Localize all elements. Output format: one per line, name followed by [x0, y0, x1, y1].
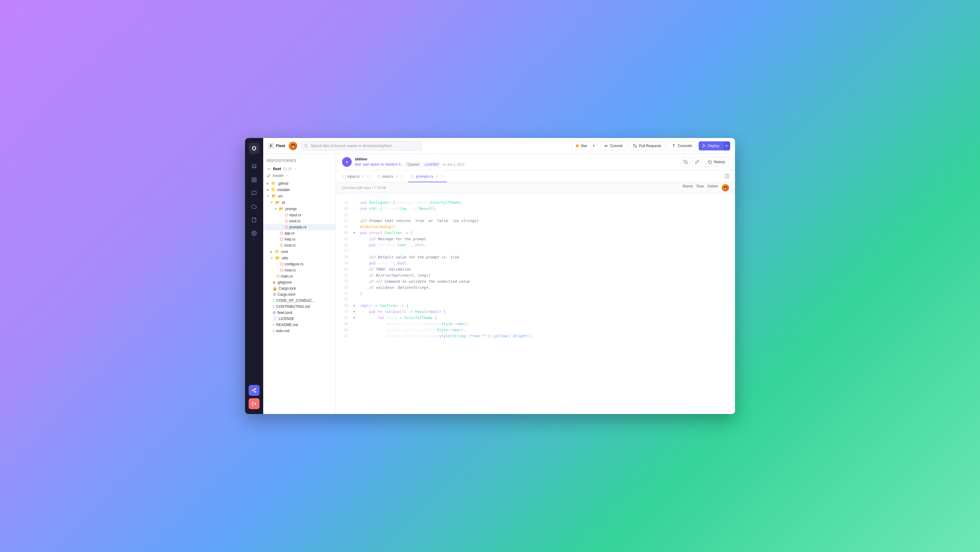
rust-icon: ⬡	[280, 243, 283, 248]
org-letter: F	[268, 143, 274, 149]
tree-item-code-of-conduct[interactable]: ≡ CODE_OF_CONDUC...	[263, 297, 336, 304]
line-code: pub default: bool,	[356, 260, 735, 266]
commit-date: on Jun 1, 2022	[442, 162, 465, 166]
tab-info-button[interactable]: ⓘ	[367, 174, 370, 179]
tab-close-button[interactable]: ✕	[361, 174, 365, 179]
line-number: 27	[336, 248, 352, 254]
fork-icon[interactable]	[288, 167, 292, 171]
nav-file-icon[interactable]	[249, 215, 259, 225]
search-placeholder: Search files of branch master in dimensi…	[310, 144, 394, 148]
tree-item-app-rs[interactable]: ⬡ app.rs	[263, 230, 336, 236]
share-button[interactable]	[249, 385, 259, 396]
svg-line-11	[253, 391, 255, 391]
toml-icon: ⚙	[273, 310, 276, 315]
item-name: input.rs	[289, 213, 301, 217]
tree-item-fleet-toml[interactable]: ⚙ fleet.toml	[263, 310, 336, 316]
split-view-icon	[725, 174, 730, 179]
file-icon: 📄	[273, 317, 277, 321]
commit-button[interactable]: Commit	[600, 142, 627, 150]
tree-item-license[interactable]: 📄 LICENSE	[263, 316, 336, 322]
nav-settings-icon[interactable]	[249, 228, 259, 238]
tab-mod-rs[interactable]: ⬡ mod.rs ✕ ⓘ	[374, 171, 407, 182]
svg-point-30	[289, 167, 290, 168]
tree-item-input-rs[interactable]: ⬡ input.rs	[263, 212, 336, 218]
chevron-down-icon[interactable]	[294, 167, 298, 171]
commit-info: shhivv feat: add option to mention ll...…	[355, 157, 465, 167]
rust-icon: ⬡	[285, 225, 288, 229]
tree-item-prompts-rs[interactable]: ⬡ prompts.rs	[263, 224, 336, 230]
tab-prompts-rs[interactable]: ⬡ prompts.rs ✕ ⓘ	[408, 171, 447, 182]
tree-item-readme[interactable]: ≡ README.md	[263, 322, 336, 328]
line-expand[interactable]: ▼	[352, 315, 356, 321]
line-expand[interactable]: ▼	[352, 303, 356, 309]
pull-requests-button[interactable]: Pull Requests	[629, 142, 665, 150]
tree-item-configure-rs[interactable]: ⬡ configure.rs	[263, 261, 336, 267]
code-line-39: 39 defaults_style: console::Style::new()…	[336, 321, 735, 327]
item-name: mod.rs	[285, 268, 296, 272]
item-name: installer	[277, 188, 290, 192]
tab-close-button[interactable]: ✕	[395, 174, 399, 179]
repos-header: Repositories	[263, 157, 336, 165]
tree-item-main-rs[interactable]: ⬡ main.rs	[263, 273, 336, 279]
svg-point-7	[253, 232, 255, 234]
tree-item-core[interactable]: ▶ 📁 core	[263, 248, 336, 255]
tree-item-cli[interactable]: ▼ 📂 cli	[263, 199, 336, 206]
tree-item-mod-rs-cli[interactable]: ⬡ mod.rs	[263, 242, 336, 248]
split-view-button[interactable]	[723, 172, 731, 180]
line-expand	[352, 272, 356, 278]
raw-button[interactable]: Raw	[697, 184, 704, 191]
commits-button[interactable]: Commits	[668, 142, 696, 150]
commit-desc: feat: add option to mention ll... Commit…	[355, 162, 465, 167]
code-area[interactable]: … 19 use dialoguer::{console, theme::Col…	[336, 194, 735, 414]
nav-chat-icon[interactable]	[249, 188, 259, 198]
line-expand[interactable]: ▼	[352, 309, 356, 315]
tree-item-cargo-toml[interactable]: ⚙ Cargo.toml	[263, 291, 336, 297]
branch-selector[interactable]: master	[263, 172, 336, 179]
copy-link-button[interactable]	[681, 157, 690, 167]
svg-point-20	[636, 146, 637, 147]
history-button[interactable]: History	[704, 157, 729, 167]
tree-item-cargo-lock[interactable]: 🔒 Cargo.lock	[263, 285, 336, 291]
copy-icon[interactable]	[283, 167, 286, 171]
chevron-right-icon: ▶	[267, 188, 269, 191]
line-number: 41	[336, 333, 352, 339]
tree-item-github[interactable]: ▶ 📁 .github	[263, 180, 336, 186]
tree-item-gitignore[interactable]: ◆ .gitignore	[263, 279, 336, 285]
line-number: 25	[336, 236, 352, 242]
tree-item-todo[interactable]: ≡ todo.md	[263, 328, 336, 334]
tab-bar: ⬡ input.rs ✕ ⓘ ⬡ mod.rs ✕ ⓘ ⬡ prompts.rs	[336, 170, 735, 182]
tab-input-rs[interactable]: ⬡ input.rs ✕ ⓘ	[340, 171, 373, 182]
tab-info-button[interactable]: ⓘ	[441, 174, 444, 179]
tree-item-src[interactable]: ▼ 📂 src	[263, 193, 336, 199]
delete-button[interactable]: Delete	[707, 184, 718, 191]
star-button[interactable]: Star	[572, 142, 590, 150]
nav-inbox-icon[interactable]	[249, 162, 259, 171]
line-code	[356, 212, 735, 218]
permalink-button[interactable]	[692, 157, 702, 167]
tree-item-contributing[interactable]: ≡ CONTRIBUTING.md	[263, 304, 336, 310]
user-avatar[interactable]: 🧑	[289, 142, 297, 150]
tab-close-button[interactable]: ✕	[435, 174, 439, 179]
tree-item-utils[interactable]: ▼ 📂 utils	[263, 255, 336, 261]
nav-cloud-icon[interactable]	[249, 202, 259, 212]
tree-item-mod-rs-utils[interactable]: ⬡ mod.rs	[263, 267, 336, 273]
nav-grid-icon[interactable]	[249, 175, 259, 185]
logout-button[interactable]	[249, 398, 259, 409]
top-bar: F Fleet 🧑 Search files of branch master …	[263, 138, 735, 154]
blame-button[interactable]: Blame	[682, 184, 693, 191]
star-dropdown[interactable]: ▾	[590, 142, 598, 150]
tree-item-prompt[interactable]: ▼ 📂 prompt	[263, 206, 336, 212]
commits-label: Commits	[678, 144, 692, 148]
line-expand[interactable]: ▼	[352, 230, 356, 236]
commit-hash[interactable]: ccdf5d7	[423, 162, 441, 167]
line-number: 21	[336, 212, 352, 218]
tab-info-button[interactable]: ⓘ	[401, 174, 404, 179]
file-info-bar: 224 lines (185 sloc) • 7.79 KB Blame Raw…	[336, 182, 735, 194]
tree-item-mod-rs-prompt[interactable]: ⬡ mod.rs	[263, 218, 336, 224]
tree-item-help-rs[interactable]: ⬡ help.rs	[263, 236, 336, 242]
tree-item-installer[interactable]: ▶ 📁 installer	[263, 186, 336, 193]
deploy-button[interactable]: Deploy	[698, 142, 723, 150]
search-bar[interactable]: Search files of branch master in dimensi…	[301, 141, 422, 151]
deploy-dropdown[interactable]: ▾	[723, 142, 730, 150]
item-name: cli	[282, 200, 285, 205]
